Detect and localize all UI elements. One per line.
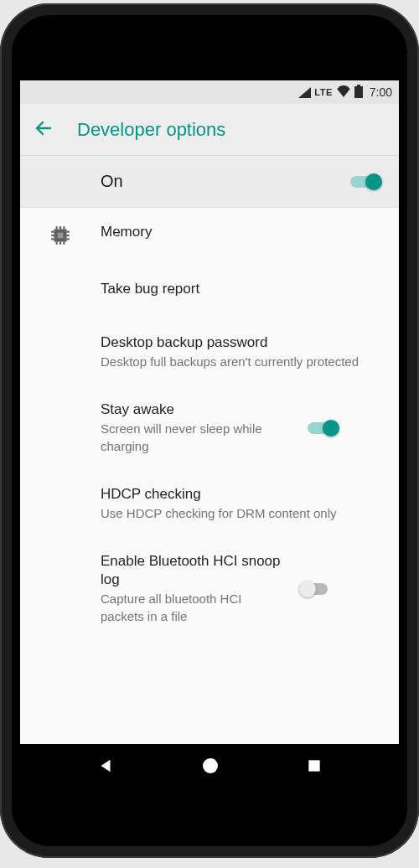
- battery-icon: [354, 85, 363, 101]
- master-toggle-label: On: [101, 172, 350, 191]
- network-type-label: LTE: [314, 87, 332, 97]
- svg-point-16: [203, 758, 218, 773]
- settings-row-desktop-backup[interactable]: Desktop backup password Desktop full bac…: [20, 318, 399, 385]
- wifi-icon: [336, 85, 351, 100]
- settings-row-hdcp[interactable]: HDCP checking Use HDCP checking for DRM …: [20, 470, 399, 537]
- master-toggle-row[interactable]: On: [20, 156, 399, 208]
- settings-row-title: Take bug report: [101, 280, 377, 298]
- page-title: Developer options: [77, 119, 225, 141]
- settings-row-bt-hci[interactable]: Enable Bluetooth HCI snoop log Capture a…: [20, 537, 399, 640]
- memory-chip-icon: [49, 225, 71, 250]
- settings-row-title: HDCP checking: [101, 485, 377, 504]
- master-toggle-switch[interactable]: [350, 172, 384, 192]
- settings-row-title: Enable Bluetooth HCI snoop log: [101, 552, 287, 589]
- settings-row-subtitle: Screen will never sleep while charging: [101, 421, 295, 455]
- status-bar: LTE 7:00: [20, 80, 399, 104]
- app-bar: Developer options: [20, 104, 399, 156]
- cellular-signal-icon: [298, 87, 311, 98]
- nav-home-icon[interactable]: [200, 756, 220, 776]
- settings-row-subtitle: Use HDCP checking for DRM content only: [101, 505, 377, 522]
- clock-label: 7:00: [370, 85, 392, 99]
- svg-rect-17: [308, 760, 319, 771]
- screen: LTE 7:00 Developer options On: [20, 80, 399, 788]
- settings-row-subtitle: Capture all bluetooth HCI packets in a f…: [101, 591, 287, 625]
- settings-row-subtitle: Desktop full backups aren't currently pr…: [101, 354, 377, 370]
- phone-frame: LTE 7:00 Developer options On: [0, 3, 419, 858]
- settings-row-title: Memory: [101, 223, 377, 241]
- settings-row-stay-awake[interactable]: Stay awake Screen will never sleep while…: [20, 385, 399, 470]
- svg-rect-3: [58, 233, 64, 239]
- settings-row-bug-report[interactable]: Take bug report: [20, 265, 399, 318]
- bt-hci-switch[interactable]: [299, 579, 333, 599]
- settings-row-memory[interactable]: Memory: [20, 208, 399, 265]
- svg-rect-1: [357, 85, 360, 86]
- navigation-bar: [20, 744, 399, 788]
- settings-row-title: Stay awake: [101, 400, 295, 419]
- settings-row-title: Desktop backup password: [101, 333, 377, 352]
- back-arrow-icon[interactable]: [34, 118, 54, 142]
- settings-list[interactable]: Memory Take bug report Desktop backup pa…: [20, 208, 399, 788]
- stay-awake-switch[interactable]: [308, 418, 341, 438]
- svg-rect-0: [354, 86, 363, 98]
- nav-recent-icon[interactable]: [306, 757, 323, 774]
- nav-back-icon[interactable]: [96, 757, 115, 775]
